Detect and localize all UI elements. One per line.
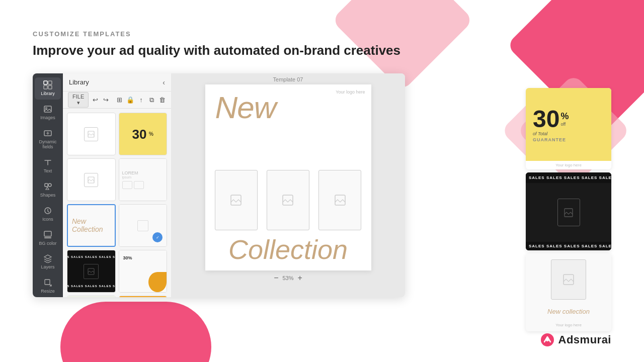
- adsmurai-name: Adsmurai: [558, 333, 611, 346]
- images-icon: [43, 105, 52, 114]
- sidebar-item-bgcolor[interactable]: BG color: [35, 227, 61, 249]
- file-button[interactable]: FILE ▾: [68, 92, 89, 108]
- sidebar-item-library[interactable]: Library: [35, 77, 61, 100]
- svg-rect-7: [45, 184, 48, 187]
- sidebar-item-shapes[interactable]: Shapes: [35, 179, 61, 201]
- zoom-bar: − 53% +: [274, 270, 302, 283]
- lock-icon: 🔒: [126, 95, 134, 106]
- template-thumb-orange[interactable]: 30%: [119, 250, 168, 293]
- export-icon: ↑: [137, 95, 145, 106]
- sidebar-item-icons[interactable]: Icons: [35, 203, 61, 225]
- canvas[interactable]: Your logo here New Collection: [205, 84, 371, 270]
- bgcolor-icon: [43, 230, 52, 239]
- duplicate-icon: ⧉: [148, 95, 155, 106]
- canvas-img-2[interactable]: [267, 170, 309, 230]
- template-thumb-1[interactable]: [67, 113, 116, 155]
- library-icon: [43, 80, 52, 89]
- svg-rect-10: [44, 231, 51, 236]
- redo-button[interactable]: ↪: [102, 95, 110, 106]
- sidebar-label-resize: Resize: [41, 289, 55, 294]
- canvas-images-row: [205, 170, 371, 230]
- dynamic-icon: [43, 129, 52, 138]
- sidebar-label-shapes: Shapes: [40, 193, 56, 198]
- svg-rect-11: [44, 237, 51, 238]
- svg-rect-2: [44, 85, 47, 89]
- thumb-placeholder-1: [84, 127, 98, 141]
- canvas-img-1[interactable]: [215, 170, 258, 230]
- thumb-sales-text-2: SALES SALES SALES SALES SALES: [67, 285, 115, 288]
- align-icon: ⊞: [116, 95, 123, 106]
- thumb-sales-text-1: SALES SALES SALES SALES SALES: [67, 255, 115, 258]
- sidebar-item-dynamic[interactable]: Dynamic fields: [35, 126, 61, 153]
- canvas-area: Template 07 Your logo here New Collectio…: [171, 73, 405, 297]
- layers-icon: [43, 254, 52, 263]
- svg-rect-4: [44, 106, 51, 112]
- svg-rect-24: [335, 195, 345, 205]
- svg-rect-23: [283, 195, 293, 205]
- svg-point-28: [546, 338, 549, 341]
- tool-sidebar: Library Images: [33, 73, 63, 297]
- panel-chevron-icon[interactable]: ‹: [163, 78, 165, 86]
- adsmurai-icon: [540, 333, 554, 347]
- library-panel: Library ‹ FILE ▾ ↩ ↪ ⊞ 🔒 ↑ ⧉ 🗑: [63, 73, 171, 297]
- editor: Library Images: [33, 73, 405, 297]
- sidebar-label-images: Images: [40, 115, 55, 121]
- template-thumb-newcol[interactable]: New Collection: [67, 204, 116, 247]
- template-thumb-sales1[interactable]: SALES SALES SALES SALES SALES SALES SALE…: [67, 250, 116, 293]
- thumb-new-text: New: [72, 218, 103, 225]
- canvas-collection-text: Collection: [213, 236, 364, 263]
- svg-rect-3: [48, 85, 52, 89]
- canvas-img-3[interactable]: [318, 170, 361, 230]
- thumb-placeholder-3: [84, 173, 98, 187]
- sidebar-label-text: Text: [44, 168, 52, 174]
- template-thumb-3[interactable]: [67, 158, 116, 201]
- zoom-level: 53%: [282, 275, 293, 281]
- sidebar-item-text[interactable]: Text: [35, 155, 61, 177]
- template-label: Template 07: [273, 73, 303, 84]
- sidebar-item-images[interactable]: Images: [35, 102, 61, 124]
- template-thumb-4[interactable]: LOREM ipsum: [119, 158, 168, 201]
- adsmurai-logo: Adsmurai: [540, 333, 611, 347]
- thumb-collection-text: Collection: [72, 226, 103, 233]
- panel-header: Library ‹: [63, 73, 171, 92]
- icons-icon: [43, 206, 52, 215]
- template-thumb-newcol-yellow[interactable]: new collection new collection new collec…: [119, 296, 168, 297]
- svg-rect-0: [44, 81, 47, 84]
- text-icon: [43, 158, 52, 167]
- sidebar-label-dynamic: Dynamic fields: [37, 139, 59, 150]
- svg-rect-22: [231, 195, 241, 205]
- svg-rect-1: [48, 81, 52, 84]
- panel-toolbar: FILE ▾ ↩ ↪ ⊞ 🔒 ↑ ⧉ 🗑: [63, 92, 171, 109]
- zoom-out-button[interactable]: −: [274, 274, 278, 283]
- thumb-discount-sup: %: [149, 131, 153, 136]
- template-thumb-tropical[interactable]: Tropical hotel: [67, 296, 116, 297]
- panel-title: Library: [69, 78, 89, 86]
- shapes-icon: [43, 182, 52, 191]
- page-subtitle: CUSTOMIZE TEMPLATES: [33, 30, 611, 38]
- sidebar-label-layers: Layers: [41, 264, 54, 270]
- sidebar-item-resize[interactable]: Resize: [35, 275, 61, 297]
- svg-point-5: [46, 107, 47, 109]
- thumb-discount-number: 30: [132, 127, 147, 142]
- svg-rect-12: [45, 280, 50, 285]
- undo-button[interactable]: ↩: [92, 95, 99, 106]
- sidebar-label-icons: Icons: [42, 217, 53, 222]
- zoom-in-button[interactable]: +: [298, 274, 302, 283]
- resize-icon: [43, 278, 52, 287]
- preview-newcol-logo: Your logo here: [555, 323, 582, 327]
- svg-point-8: [48, 184, 51, 187]
- sidebar-label-bgcolor: BG color: [39, 241, 56, 246]
- template-grid: 30 % LOREM ipsum: [63, 109, 171, 297]
- page-title: Improve your ad quality with automated o…: [33, 43, 611, 58]
- template-thumb-yellow[interactable]: 30 %: [119, 113, 168, 155]
- canvas-new-text: New: [215, 92, 276, 123]
- main-content: CUSTOMIZE TEMPLATES Improve your ad qual…: [0, 0, 644, 317]
- template-thumb-circle[interactable]: ✓: [119, 204, 168, 247]
- delete-icon: 🗑: [158, 95, 166, 106]
- sidebar-item-layers[interactable]: Layers: [35, 251, 61, 273]
- canvas-logo-text: Your logo here: [336, 89, 365, 95]
- sidebar-label-library: Library: [41, 91, 55, 97]
